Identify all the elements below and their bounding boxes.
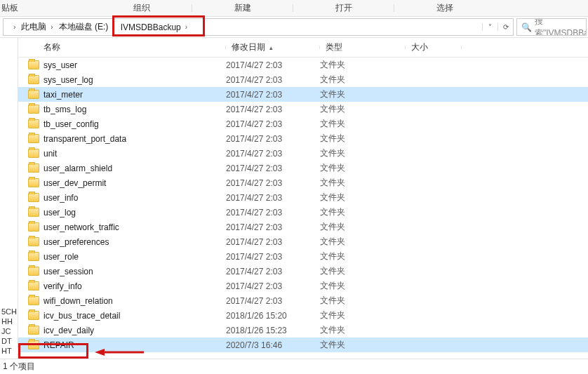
file-list: 名称 修改日期 ▴ 类型 大小 sys_user2017/4/27 2:03文件… — [18, 38, 588, 359]
column-header-type[interactable]: 类型 — [320, 41, 406, 53]
table-row[interactable]: verify_info2017/4/27 2:03文件夹 — [18, 279, 588, 293]
nav-pane[interactable]: 5CH HH JC DT HT — [0, 38, 18, 359]
search-input[interactable]: 🔍 搜索"IVMSDBBa — [516, 18, 587, 36]
table-row[interactable]: user_preferences2017/4/27 2:03文件夹 — [18, 234, 588, 249]
refresh-button[interactable]: ⟳ — [497, 23, 513, 31]
cell-date: 2018/1/26 15:23 — [226, 326, 320, 335]
folder-icon — [18, 222, 44, 232]
cell-date: 2017/4/27 2:03 — [226, 60, 320, 70]
cell-name: user_role — [44, 252, 226, 262]
table-row[interactable]: user_role2017/4/27 2:03文件夹 — [18, 249, 588, 264]
cell-type: 文件夹 — [320, 206, 406, 218]
nav-item[interactable]: HT — [0, 346, 18, 356]
crumb-sep[interactable]: › — [6, 19, 18, 35]
table-row[interactable]: wifi_down_relation2017/4/27 2:03文件夹 — [18, 293, 588, 308]
column-headers: 名称 修改日期 ▴ 类型 大小 — [18, 38, 588, 58]
crumb-label: 此电脑 — [21, 21, 46, 33]
cell-date: 2017/4/27 2:03 — [226, 134, 320, 144]
folder-icon — [18, 149, 44, 158]
history-dropdown-button[interactable]: ˅ — [482, 23, 497, 31]
folder-icon — [18, 134, 44, 143]
cell-type: 文件夹 — [320, 192, 406, 203]
search-placeholder: 搜索"IVMSDBBa — [535, 18, 587, 36]
crumb-ivmsdbbackup[interactable]: IVMSDBBackup› — [118, 19, 190, 35]
cell-type: 文件夹 — [320, 103, 406, 115]
table-row[interactable]: icv_bus_trace_detail2018/1/26 15:20文件夹 — [18, 308, 588, 323]
table-row[interactable]: taxi_meter2017/4/27 2:03文件夹 — [18, 87, 588, 102]
table-row[interactable]: user_session2017/4/27 2:03文件夹 — [18, 264, 588, 279]
column-header-date-label: 修改日期 — [232, 41, 265, 53]
cell-date: 2017/4/27 2:03 — [226, 252, 320, 262]
cell-date: 2017/4/27 2:03 — [226, 237, 320, 247]
table-row[interactable]: user_dev_permit2017/4/27 2:03文件夹 — [18, 175, 588, 190]
cell-name: user_dev_permit — [44, 178, 226, 188]
ribbon-group-select: 选择 — [394, 2, 495, 14]
folder-icon — [18, 252, 44, 261]
cell-date: 2017/4/27 2:03 — [226, 222, 320, 232]
cell-type: 文件夹 — [320, 236, 406, 248]
cell-type: 文件夹 — [320, 309, 406, 321]
folder-icon — [18, 119, 44, 128]
cell-name: user_network_traffic — [44, 222, 226, 232]
table-row[interactable]: user_network_traffic2017/4/27 2:03文件夹 — [18, 220, 588, 234]
cell-name: transparent_port_data — [44, 134, 226, 144]
cell-date: 2017/4/27 2:03 — [226, 119, 320, 129]
crumb-this-pc[interactable]: 此电脑› — [18, 19, 55, 35]
cell-name: sys_user — [44, 60, 226, 70]
search-icon: 🔍 — [521, 22, 532, 32]
sort-asc-icon: ▴ — [269, 44, 273, 51]
address-row: › 此电脑› 本地磁盘 (E:)› IVMSDBBackup› ˅ ⟳ 🔍 搜索… — [0, 17, 588, 38]
column-header-size[interactable]: 大小 — [406, 41, 462, 53]
cell-date: 2017/4/27 2:03 — [226, 163, 320, 173]
table-row[interactable]: user_info2017/4/27 2:03文件夹 — [18, 190, 588, 205]
table-row[interactable]: sys_user2017/4/27 2:03文件夹 — [18, 58, 588, 72]
nav-item[interactable]: HH — [0, 316, 18, 326]
column-header-name[interactable]: 名称 — [18, 41, 226, 53]
ribbon-toolbar: 贴板 组织 新建 打开 选择 — [0, 0, 588, 17]
status-text: 1 个项目 — [3, 361, 35, 373]
table-row[interactable]: unit2017/4/27 2:03文件夹 — [18, 146, 588, 161]
table-row[interactable]: tb_user_config2017/4/27 2:03文件夹 — [18, 116, 588, 131]
nav-item[interactable]: DT — [0, 336, 18, 346]
nav-item[interactable]: 5CH — [0, 307, 18, 316]
cell-type: 文件夹 — [320, 251, 406, 262]
crumb-drive-e[interactable]: 本地磁盘 (E:)› — [56, 19, 118, 35]
table-row[interactable]: transparent_port_data2017/4/27 2:03文件夹 — [18, 131, 588, 146]
cell-name: user_log — [44, 208, 226, 218]
cell-date: 2017/4/27 2:03 — [226, 296, 320, 306]
ribbon-group-organize: 组织 — [21, 2, 192, 14]
folder-icon — [18, 311, 44, 320]
cell-type: 文件夹 — [320, 74, 406, 86]
folder-icon — [18, 237, 44, 246]
cell-date: 2017/4/27 2:03 — [226, 75, 320, 85]
table-row[interactable]: user_alarm_shield2017/4/27 2:03文件夹 — [18, 161, 588, 175]
cell-name: tb_user_config — [44, 119, 226, 129]
cell-type: 文件夹 — [320, 59, 406, 71]
cell-name: user_session — [44, 267, 226, 276]
address-bar[interactable]: › 此电脑› 本地磁盘 (E:)› IVMSDBBackup› ˅ ⟳ — [3, 18, 514, 36]
cell-date: 2017/4/27 2:03 — [226, 193, 320, 203]
table-row[interactable]: sys_user_log2017/4/27 2:03文件夹 — [18, 72, 588, 87]
ribbon-group-open: 打开 — [293, 2, 394, 14]
folder-icon — [18, 296, 44, 305]
table-row[interactable]: user_log2017/4/27 2:03文件夹 — [18, 205, 588, 220]
nav-item[interactable]: JC — [0, 326, 18, 336]
cell-name: user_preferences — [44, 237, 226, 247]
cell-name: tb_sms_log — [44, 105, 226, 114]
column-header-date[interactable]: 修改日期 ▴ — [226, 41, 320, 53]
folder-icon — [18, 340, 44, 349]
cell-date: 2017/4/27 2:03 — [226, 90, 320, 100]
folder-icon — [18, 326, 44, 335]
folder-icon — [18, 193, 44, 202]
cell-date: 2018/1/26 15:20 — [226, 311, 320, 321]
crumb-label: IVMSDBBackup — [121, 22, 181, 32]
cell-name: sys_user_log — [44, 75, 226, 85]
crumb-label: 本地磁盘 (E:) — [59, 21, 109, 33]
ribbon-group-new: 新建 — [192, 2, 293, 14]
table-row[interactable]: icv_dev_daily2018/1/26 15:23文件夹 — [18, 323, 588, 338]
cell-type: 文件夹 — [320, 265, 406, 277]
cell-type: 文件夹 — [320, 280, 406, 292]
cell-type: 文件夹 — [320, 118, 406, 130]
table-row[interactable]: REPAIR2020/7/3 16:46文件夹 — [18, 338, 588, 352]
table-row[interactable]: tb_sms_log2017/4/27 2:03文件夹 — [18, 102, 588, 116]
